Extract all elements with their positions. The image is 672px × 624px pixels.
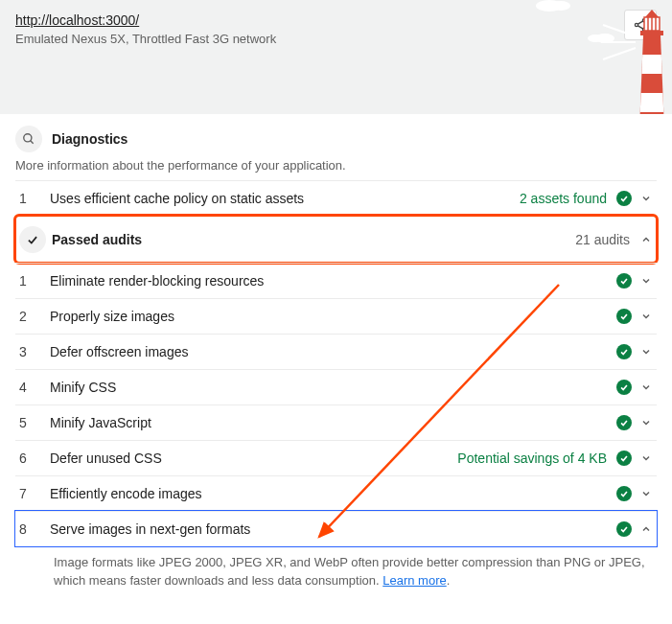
audit-label: Eliminate render-blocking resources [50,273,616,289]
svg-line-11 [603,48,636,59]
audit-index: 1 [19,191,50,206]
audit-row[interactable]: 6Defer unused CSSPotential savings of 4 … [15,440,657,475]
passed-audits-count: 21 audits [575,232,630,247]
svg-point-2 [642,28,645,31]
environment-text: Emulated Nexus 5X, Throttled Fast 3G net… [15,32,276,46]
check-icon [616,415,632,430]
audit-detail: Potential savings of 4 KB [457,451,607,466]
passed-audits-title: Passed audits [52,232,575,247]
check-icon [616,451,632,466]
svg-point-5 [536,0,563,12]
audit-label: Serve images in next-gen formats [50,521,616,537]
svg-point-0 [642,19,645,22]
svg-marker-20 [640,93,663,112]
audit-expanded-description: Image formats like JPEG 2000, JPEG XR, a… [15,546,657,600]
audit-row[interactable]: 3Defer offscreen images [15,334,657,369]
search-icon [15,126,42,152]
diagnostics-description: More information about the performance o… [15,158,657,173]
share-button[interactable] [624,10,657,40]
audit-label: Efficiently encode images [50,486,616,501]
chevron-up-icon [639,233,653,246]
chevron-up-icon [639,522,653,536]
audit-label: Minify CSS [50,380,616,395]
chevron-down-icon [639,345,653,358]
svg-point-1 [635,23,637,26]
audit-row[interactable]: 4Minify CSS [15,369,657,404]
audit-label: Minify JavaScript [50,415,616,430]
passed-audits-list: 1Eliminate render-blocking resources2Pro… [15,263,657,546]
svg-marker-18 [639,35,664,114]
audit-row[interactable]: 5Minify JavaScript [15,404,657,440]
report-url[interactable]: http://localhost:3000/ [15,12,139,28]
audit-row[interactable]: 2Properly size images [15,298,657,334]
audit-row[interactable]: 8Serve images in next-gen formats [15,511,657,546]
check-icon [616,344,632,359]
audit-detail: 2 assets found [520,191,607,206]
audit-index: 7 [19,486,50,501]
passed-audits-header[interactable]: Passed audits 21 audits [15,216,657,263]
check-icon [616,486,632,501]
svg-point-7 [595,34,614,43]
check-icon [19,226,46,253]
svg-marker-19 [641,55,661,74]
check-icon [616,521,632,537]
chevron-down-icon [639,381,653,394]
chevron-down-icon [639,310,653,323]
audit-row[interactable]: 7Efficiently encode images [15,475,657,511]
svg-line-4 [637,26,642,29]
audit-index: 1 [19,273,50,289]
audit-index: 4 [19,380,50,395]
svg-point-8 [588,35,603,42]
svg-line-3 [637,21,642,24]
audit-index: 3 [19,344,50,359]
audit-index: 8 [19,521,50,537]
diagnostics-header[interactable]: Diagnostics [15,126,657,152]
check-icon [616,273,632,289]
learn-more-link[interactable]: Learn more [382,573,446,588]
chevron-down-icon [639,451,653,465]
share-icon [633,17,648,33]
svg-line-22 [31,141,34,144]
chevron-down-icon [639,416,653,429]
audit-index: 6 [19,451,50,466]
diagnostics-section: Diagnostics More information about the p… [0,114,672,600]
audit-label: Properly size images [50,309,616,324]
check-icon [616,309,632,324]
report-header: http://localhost:3000/ Emulated Nexus 5X… [0,0,672,114]
audit-row[interactable]: 1Eliminate render-blocking resources [15,263,657,298]
svg-point-6 [551,1,570,11]
check-icon [616,191,632,206]
audit-label: Defer offscreen images [50,344,616,359]
check-icon [616,380,632,395]
audit-label: Defer unused CSS [50,451,457,466]
diagnostics-title: Diagnostics [52,131,127,147]
audit-label: Uses efficient cache policy on static as… [50,191,520,206]
chevron-down-icon [639,274,653,288]
audit-index: 2 [19,309,50,324]
chevron-down-icon [639,487,653,500]
audit-row[interactable]: 1 Uses efficient cache policy on static … [15,180,657,216]
svg-point-21 [24,134,32,142]
audit-index: 5 [19,415,50,430]
chevron-down-icon [639,192,653,205]
